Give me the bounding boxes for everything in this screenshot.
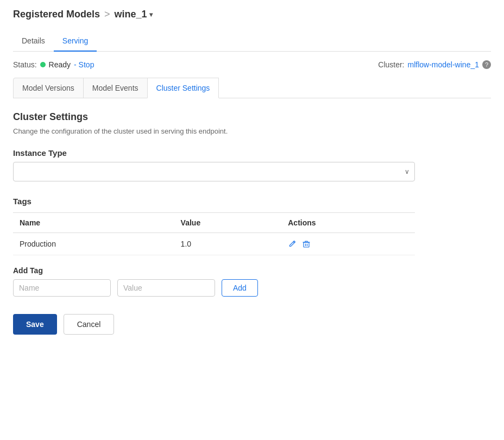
cluster-label: Cluster: [378, 60, 404, 69]
status-dot-icon [40, 62, 46, 67]
tags-label: Tags [13, 197, 491, 206]
tab-details[interactable]: Details [13, 31, 54, 52]
tab-serving[interactable]: Serving [54, 31, 97, 52]
action-icons [288, 240, 408, 248]
col-name-header: Name [13, 213, 174, 233]
instance-type-label: Instance Type [13, 148, 491, 158]
tab-cluster-settings[interactable]: Cluster Settings [147, 78, 219, 98]
add-tag-row: Add [13, 279, 491, 297]
svg-rect-0 [304, 242, 309, 247]
breadcrumb-parent[interactable]: Registered Models [13, 9, 100, 20]
status-left: Status: Ready - Stop [13, 60, 94, 69]
cluster-settings-section: Cluster Settings Change the configuratio… [13, 111, 491, 335]
chevron-down-icon[interactable]: ▾ [149, 11, 153, 18]
breadcrumb: Registered Models > wine_1 ▾ [13, 9, 491, 20]
help-icon[interactable]: ? [482, 60, 491, 69]
status-right: Cluster: mlflow-model-wine_1 ? [378, 60, 491, 69]
sub-tabs: Model Versions Model Events Cluster Sett… [13, 78, 491, 98]
breadcrumb-current-label: wine_1 [115, 9, 147, 20]
tag-value-cell: 1.0 [174, 233, 282, 255]
col-value-header: Value [174, 213, 282, 233]
add-tag-name-input[interactable] [13, 279, 111, 297]
tag-actions-cell [281, 233, 415, 255]
save-button[interactable]: Save [13, 314, 57, 335]
breadcrumb-separator: > [104, 9, 110, 20]
tab-model-events[interactable]: Model Events [83, 78, 148, 98]
tags-table: Name Value Actions Production 1.0 [13, 212, 415, 255]
col-actions-header: Actions [281, 213, 415, 233]
add-tag-value-input[interactable] [117, 279, 215, 297]
section-title: Cluster Settings [13, 111, 491, 123]
breadcrumb-current: wine_1 ▾ [115, 9, 153, 20]
add-tag-label: Add Tag [13, 266, 491, 275]
tab-model-versions[interactable]: Model Versions [13, 78, 84, 98]
cancel-button[interactable]: Cancel [64, 314, 115, 335]
table-row: Production 1.0 [13, 233, 415, 255]
status-bar: Status: Ready - Stop Cluster: mlflow-mod… [13, 60, 491, 69]
edit-icon[interactable] [288, 240, 297, 248]
cluster-name-link[interactable]: mlflow-model-wine_1 [408, 60, 480, 69]
section-description: Change the configuration of the cluster … [13, 127, 491, 135]
status-state: Ready [49, 60, 71, 69]
instance-type-wrapper: ∨ [13, 162, 415, 181]
bottom-actions: Save Cancel [13, 314, 491, 335]
top-tabs: Details Serving [13, 31, 491, 52]
delete-icon[interactable] [302, 240, 311, 248]
stop-link[interactable]: - Stop [74, 60, 94, 69]
status-label: Status: [13, 60, 37, 69]
tag-name-cell: Production [13, 233, 174, 255]
add-tag-button[interactable]: Add [222, 279, 258, 297]
instance-type-select[interactable] [13, 162, 415, 181]
